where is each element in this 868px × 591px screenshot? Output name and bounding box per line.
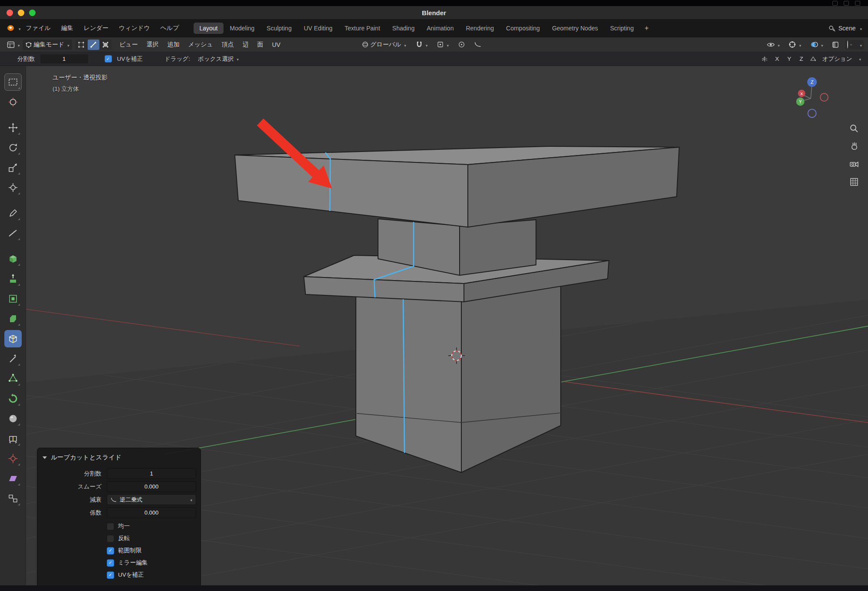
- factor-field[interactable]: 0.000: [107, 507, 196, 518]
- tool-cursor[interactable]: [4, 93, 22, 111]
- cuts-field[interactable]: 1: [40, 54, 88, 63]
- tool-extrude-region[interactable]: [4, 270, 22, 287]
- tool-knife[interactable]: [4, 350, 22, 367]
- tool-inset-faces[interactable]: [4, 290, 22, 307]
- mirror-editing-checkbox[interactable]: [107, 559, 114, 567]
- navigation-gizmo[interactable]: Z X Y: [787, 75, 835, 123]
- chevron-down-icon: [66, 41, 69, 48]
- tab-texture-paint[interactable]: Texture Paint: [339, 23, 386, 34]
- tool-select-box[interactable]: [4, 73, 22, 91]
- snap-toggle[interactable]: [413, 40, 431, 50]
- options-dropdown[interactable]: オプション: [822, 55, 852, 63]
- flipped-checkbox[interactable]: [107, 535, 114, 542]
- tool-poly-build[interactable]: [4, 370, 22, 387]
- gizmo-z-neg-ball[interactable]: [808, 109, 816, 118]
- tool-smooth[interactable]: [4, 410, 22, 427]
- menu-vertex[interactable]: 頂点: [217, 41, 238, 49]
- tool-bevel[interactable]: [4, 310, 22, 327]
- tool-shrink-fatten[interactable]: [4, 450, 22, 467]
- tool-rip-region[interactable]: [4, 490, 22, 507]
- object-visibility-dropdown[interactable]: [764, 40, 783, 50]
- menu-file[interactable]: ファイル: [21, 24, 56, 32]
- menu-uv[interactable]: UV: [268, 41, 285, 48]
- tool-scale[interactable]: [4, 159, 22, 176]
- correct-uv-checkbox[interactable]: [105, 55, 112, 63]
- tool-loop-cut[interactable]: [4, 330, 22, 347]
- pan-button[interactable]: [848, 140, 861, 153]
- edge-select-button[interactable]: [88, 40, 99, 50]
- view-controls: [848, 122, 861, 188]
- tab-uv-editing[interactable]: UV Editing: [298, 23, 338, 34]
- tab-animation[interactable]: Animation: [421, 23, 459, 34]
- tool-shelf: [0, 66, 26, 585]
- menu-help[interactable]: ヘルプ: [155, 24, 184, 32]
- falloff-label: 減衰: [42, 496, 107, 504]
- proportional-edit-toggle[interactable]: [456, 40, 467, 49]
- tool-rotate[interactable]: [4, 139, 22, 156]
- operator-panel[interactable]: ループカットとスライド 分割数 1 スムーズ 0.000 減衰: [37, 448, 201, 585]
- mirror-y-button[interactable]: Y: [786, 55, 792, 63]
- tool-annotate[interactable]: [4, 205, 22, 222]
- tool-move[interactable]: [4, 119, 22, 136]
- wireframe-shading-button[interactable]: [847, 41, 848, 49]
- tab-sculpting[interactable]: Sculpting: [261, 23, 297, 34]
- add-workspace-button[interactable]: +: [640, 23, 653, 33]
- xray-toggle[interactable]: [829, 40, 842, 50]
- orientation-dropdown[interactable]: グローバル: [359, 40, 409, 50]
- menu-view[interactable]: ビュー: [115, 41, 142, 49]
- blender-logo-icon[interactable]: [6, 23, 16, 33]
- tool-spin[interactable]: [4, 390, 22, 407]
- tool-transform[interactable]: [4, 179, 22, 196]
- mirror-z-button[interactable]: Z: [798, 55, 804, 63]
- ortho-toggle-button[interactable]: [848, 175, 861, 188]
- chevron-down-icon: [403, 41, 406, 48]
- proportional-falloff-dropdown[interactable]: [472, 40, 484, 49]
- camera-icon: [849, 159, 859, 169]
- tool-edge-slide[interactable]: [4, 430, 22, 447]
- tab-modeling[interactable]: Modeling: [224, 23, 260, 34]
- clamp-checkbox[interactable]: [107, 547, 114, 555]
- menu-edit[interactable]: 編集: [56, 24, 79, 32]
- operator-panel-header[interactable]: ループカットとスライド: [42, 452, 196, 466]
- tab-compositing[interactable]: Compositing: [500, 23, 546, 34]
- tab-geometry-nodes[interactable]: Geometry Nodes: [546, 23, 604, 34]
- tool-add-cube[interactable]: [4, 250, 22, 267]
- snap-target-dropdown[interactable]: [434, 40, 451, 50]
- cuts-row-label: 分割数: [42, 470, 107, 478]
- tool-settings-right: X Y Z オプション: [761, 55, 868, 63]
- overlays-toggle[interactable]: [808, 40, 826, 50]
- menu-window[interactable]: ウィンドウ: [114, 24, 155, 32]
- tab-scripting[interactable]: Scripting: [605, 23, 639, 34]
- menu-edge[interactable]: 辺: [238, 41, 253, 49]
- camera-view-button[interactable]: [848, 158, 861, 171]
- solid-shading-button[interactable]: [850, 44, 852, 46]
- tab-layout[interactable]: Layout: [194, 23, 223, 34]
- zoom-button-viewport[interactable]: [848, 122, 861, 135]
- gizmo-toggle[interactable]: [786, 40, 804, 50]
- cuts-number-field[interactable]: 1: [107, 468, 196, 479]
- viewport-3d[interactable]: ユーザー・透視投影 (1) 立方体 Z X Y: [26, 66, 868, 585]
- menu-add[interactable]: 追加: [163, 41, 184, 49]
- correct-uv-panel-checkbox[interactable]: [107, 571, 114, 579]
- menu-render[interactable]: レンダー: [79, 24, 114, 32]
- gizmo-x-neg-ball[interactable]: [820, 93, 828, 101]
- smoothness-field[interactable]: 0.000: [107, 481, 196, 492]
- editor-type-button[interactable]: [4, 40, 23, 50]
- tab-rendering[interactable]: Rendering: [460, 23, 500, 34]
- menu-face[interactable]: 面: [253, 41, 268, 49]
- mode-dropdown[interactable]: 編集モード: [23, 40, 72, 50]
- menu-mesh[interactable]: メッシュ: [184, 41, 217, 49]
- tool-measure[interactable]: [4, 225, 22, 242]
- tool-shear[interactable]: [4, 470, 22, 487]
- vertex-select-button[interactable]: [76, 40, 87, 50]
- face-select-button[interactable]: [100, 40, 112, 50]
- falloff-dropdown[interactable]: 逆二乗式: [107, 494, 196, 505]
- scene-selector[interactable]: Scene: [829, 25, 862, 32]
- menu-select[interactable]: 選択: [142, 41, 163, 49]
- tab-shading[interactable]: Shading: [387, 23, 420, 34]
- mirror-x-button[interactable]: X: [774, 55, 780, 63]
- even-checkbox[interactable]: [107, 523, 114, 530]
- cuts-row: 分割数 1: [42, 468, 196, 479]
- ortho-grid-icon: [849, 177, 859, 187]
- drag-mode-dropdown[interactable]: ボックス選択: [195, 54, 241, 64]
